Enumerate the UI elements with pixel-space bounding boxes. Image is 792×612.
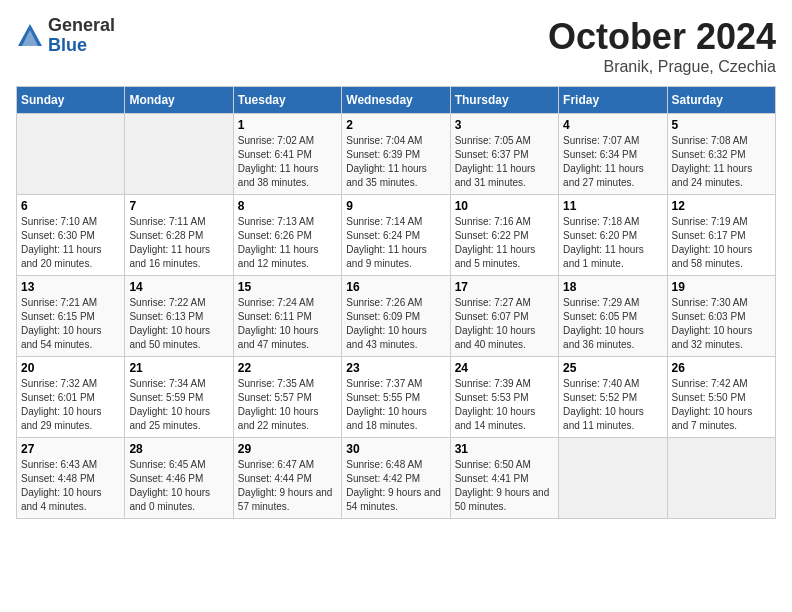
day-info: Sunrise: 7:16 AMSunset: 6:22 PMDaylight:… bbox=[455, 215, 554, 271]
week-row-1: 1 Sunrise: 7:02 AMSunset: 6:41 PMDayligh… bbox=[17, 114, 776, 195]
week-row-2: 6 Sunrise: 7:10 AMSunset: 6:30 PMDayligh… bbox=[17, 195, 776, 276]
day-cell: 10 Sunrise: 7:16 AMSunset: 6:22 PMDaylig… bbox=[450, 195, 558, 276]
day-cell: 1 Sunrise: 7:02 AMSunset: 6:41 PMDayligh… bbox=[233, 114, 341, 195]
day-cell: 14 Sunrise: 7:22 AMSunset: 6:13 PMDaylig… bbox=[125, 276, 233, 357]
title-block: October 2024 Branik, Prague, Czechia bbox=[548, 16, 776, 76]
day-cell: 15 Sunrise: 7:24 AMSunset: 6:11 PMDaylig… bbox=[233, 276, 341, 357]
calendar-header: SundayMondayTuesdayWednesdayThursdayFrid… bbox=[17, 87, 776, 114]
day-info: Sunrise: 7:34 AMSunset: 5:59 PMDaylight:… bbox=[129, 377, 228, 433]
day-cell bbox=[125, 114, 233, 195]
day-number: 3 bbox=[455, 118, 554, 132]
day-cell: 17 Sunrise: 7:27 AMSunset: 6:07 PMDaylig… bbox=[450, 276, 558, 357]
day-info: Sunrise: 7:29 AMSunset: 6:05 PMDaylight:… bbox=[563, 296, 662, 352]
calendar-table: SundayMondayTuesdayWednesdayThursdayFrid… bbox=[16, 86, 776, 519]
day-cell: 19 Sunrise: 7:30 AMSunset: 6:03 PMDaylig… bbox=[667, 276, 775, 357]
day-cell: 11 Sunrise: 7:18 AMSunset: 6:20 PMDaylig… bbox=[559, 195, 667, 276]
day-cell: 21 Sunrise: 7:34 AMSunset: 5:59 PMDaylig… bbox=[125, 357, 233, 438]
day-info: Sunrise: 6:48 AMSunset: 4:42 PMDaylight:… bbox=[346, 458, 445, 514]
day-cell: 31 Sunrise: 6:50 AMSunset: 4:41 PMDaylig… bbox=[450, 438, 558, 519]
day-info: Sunrise: 7:14 AMSunset: 6:24 PMDaylight:… bbox=[346, 215, 445, 271]
day-cell bbox=[667, 438, 775, 519]
day-info: Sunrise: 7:07 AMSunset: 6:34 PMDaylight:… bbox=[563, 134, 662, 190]
day-info: Sunrise: 7:35 AMSunset: 5:57 PMDaylight:… bbox=[238, 377, 337, 433]
header-cell-saturday: Saturday bbox=[667, 87, 775, 114]
day-info: Sunrise: 7:02 AMSunset: 6:41 PMDaylight:… bbox=[238, 134, 337, 190]
day-number: 28 bbox=[129, 442, 228, 456]
day-number: 24 bbox=[455, 361, 554, 375]
day-cell: 9 Sunrise: 7:14 AMSunset: 6:24 PMDayligh… bbox=[342, 195, 450, 276]
header-cell-wednesday: Wednesday bbox=[342, 87, 450, 114]
day-cell: 25 Sunrise: 7:40 AMSunset: 5:52 PMDaylig… bbox=[559, 357, 667, 438]
logo-general: General bbox=[48, 15, 115, 35]
day-number: 21 bbox=[129, 361, 228, 375]
day-number: 1 bbox=[238, 118, 337, 132]
day-number: 7 bbox=[129, 199, 228, 213]
day-cell: 20 Sunrise: 7:32 AMSunset: 6:01 PMDaylig… bbox=[17, 357, 125, 438]
header-cell-monday: Monday bbox=[125, 87, 233, 114]
day-info: Sunrise: 6:47 AMSunset: 4:44 PMDaylight:… bbox=[238, 458, 337, 514]
day-number: 10 bbox=[455, 199, 554, 213]
day-info: Sunrise: 7:08 AMSunset: 6:32 PMDaylight:… bbox=[672, 134, 771, 190]
week-row-3: 13 Sunrise: 7:21 AMSunset: 6:15 PMDaylig… bbox=[17, 276, 776, 357]
day-number: 23 bbox=[346, 361, 445, 375]
day-number: 31 bbox=[455, 442, 554, 456]
logo: General Blue bbox=[16, 16, 115, 56]
week-row-5: 27 Sunrise: 6:43 AMSunset: 4:48 PMDaylig… bbox=[17, 438, 776, 519]
day-info: Sunrise: 7:05 AMSunset: 6:37 PMDaylight:… bbox=[455, 134, 554, 190]
day-info: Sunrise: 7:37 AMSunset: 5:55 PMDaylight:… bbox=[346, 377, 445, 433]
day-number: 12 bbox=[672, 199, 771, 213]
page-header: General Blue October 2024 Branik, Prague… bbox=[16, 16, 776, 76]
day-cell: 27 Sunrise: 6:43 AMSunset: 4:48 PMDaylig… bbox=[17, 438, 125, 519]
day-number: 30 bbox=[346, 442, 445, 456]
day-info: Sunrise: 7:42 AMSunset: 5:50 PMDaylight:… bbox=[672, 377, 771, 433]
day-cell: 24 Sunrise: 7:39 AMSunset: 5:53 PMDaylig… bbox=[450, 357, 558, 438]
day-number: 11 bbox=[563, 199, 662, 213]
day-number: 2 bbox=[346, 118, 445, 132]
day-info: Sunrise: 6:43 AMSunset: 4:48 PMDaylight:… bbox=[21, 458, 120, 514]
day-info: Sunrise: 7:27 AMSunset: 6:07 PMDaylight:… bbox=[455, 296, 554, 352]
day-cell: 2 Sunrise: 7:04 AMSunset: 6:39 PMDayligh… bbox=[342, 114, 450, 195]
day-cell: 4 Sunrise: 7:07 AMSunset: 6:34 PMDayligh… bbox=[559, 114, 667, 195]
header-row: SundayMondayTuesdayWednesdayThursdayFrid… bbox=[17, 87, 776, 114]
day-number: 17 bbox=[455, 280, 554, 294]
header-cell-friday: Friday bbox=[559, 87, 667, 114]
day-number: 22 bbox=[238, 361, 337, 375]
day-number: 15 bbox=[238, 280, 337, 294]
day-number: 20 bbox=[21, 361, 120, 375]
day-number: 27 bbox=[21, 442, 120, 456]
logo-blue: Blue bbox=[48, 35, 87, 55]
day-info: Sunrise: 7:11 AMSunset: 6:28 PMDaylight:… bbox=[129, 215, 228, 271]
week-row-4: 20 Sunrise: 7:32 AMSunset: 6:01 PMDaylig… bbox=[17, 357, 776, 438]
day-cell bbox=[559, 438, 667, 519]
day-cell: 29 Sunrise: 6:47 AMSunset: 4:44 PMDaylig… bbox=[233, 438, 341, 519]
day-info: Sunrise: 7:39 AMSunset: 5:53 PMDaylight:… bbox=[455, 377, 554, 433]
day-cell: 22 Sunrise: 7:35 AMSunset: 5:57 PMDaylig… bbox=[233, 357, 341, 438]
day-info: Sunrise: 7:30 AMSunset: 6:03 PMDaylight:… bbox=[672, 296, 771, 352]
day-cell: 13 Sunrise: 7:21 AMSunset: 6:15 PMDaylig… bbox=[17, 276, 125, 357]
day-cell: 12 Sunrise: 7:19 AMSunset: 6:17 PMDaylig… bbox=[667, 195, 775, 276]
day-number: 19 bbox=[672, 280, 771, 294]
day-info: Sunrise: 7:22 AMSunset: 6:13 PMDaylight:… bbox=[129, 296, 228, 352]
day-number: 25 bbox=[563, 361, 662, 375]
day-cell: 26 Sunrise: 7:42 AMSunset: 5:50 PMDaylig… bbox=[667, 357, 775, 438]
day-number: 9 bbox=[346, 199, 445, 213]
day-info: Sunrise: 7:18 AMSunset: 6:20 PMDaylight:… bbox=[563, 215, 662, 271]
day-info: Sunrise: 7:04 AMSunset: 6:39 PMDaylight:… bbox=[346, 134, 445, 190]
day-cell: 3 Sunrise: 7:05 AMSunset: 6:37 PMDayligh… bbox=[450, 114, 558, 195]
day-number: 8 bbox=[238, 199, 337, 213]
day-number: 13 bbox=[21, 280, 120, 294]
day-info: Sunrise: 6:50 AMSunset: 4:41 PMDaylight:… bbox=[455, 458, 554, 514]
day-info: Sunrise: 7:32 AMSunset: 6:01 PMDaylight:… bbox=[21, 377, 120, 433]
logo-icon bbox=[16, 22, 44, 50]
day-info: Sunrise: 7:24 AMSunset: 6:11 PMDaylight:… bbox=[238, 296, 337, 352]
day-cell: 8 Sunrise: 7:13 AMSunset: 6:26 PMDayligh… bbox=[233, 195, 341, 276]
day-info: Sunrise: 7:21 AMSunset: 6:15 PMDaylight:… bbox=[21, 296, 120, 352]
day-number: 29 bbox=[238, 442, 337, 456]
day-info: Sunrise: 7:40 AMSunset: 5:52 PMDaylight:… bbox=[563, 377, 662, 433]
day-cell: 18 Sunrise: 7:29 AMSunset: 6:05 PMDaylig… bbox=[559, 276, 667, 357]
calendar-title: October 2024 bbox=[548, 16, 776, 58]
day-cell: 30 Sunrise: 6:48 AMSunset: 4:42 PMDaylig… bbox=[342, 438, 450, 519]
day-number: 14 bbox=[129, 280, 228, 294]
header-cell-tuesday: Tuesday bbox=[233, 87, 341, 114]
header-cell-thursday: Thursday bbox=[450, 87, 558, 114]
